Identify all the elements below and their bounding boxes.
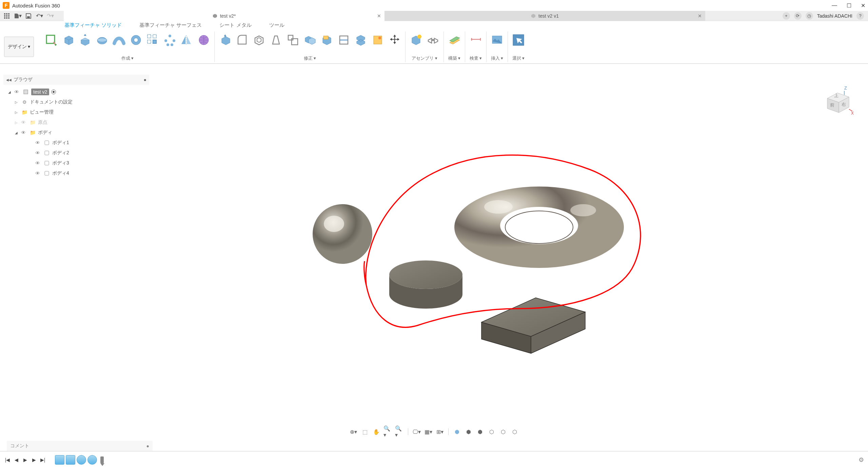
revolve-button[interactable] — [95, 33, 109, 47]
document-tab-label: test v2* — [220, 13, 236, 19]
hole-button[interactable] — [129, 33, 143, 47]
timeline-forward-button[interactable]: ▶ — [31, 456, 37, 463]
combine-button[interactable] — [303, 33, 317, 47]
rectangular-pattern-button[interactable] — [146, 33, 160, 47]
close-tab-icon[interactable]: ✕ — [377, 13, 381, 19]
insert-button[interactable] — [490, 33, 504, 47]
svg-point-22 — [166, 43, 169, 46]
pan-button[interactable]: ✋ — [372, 427, 381, 436]
box-button[interactable] — [61, 33, 75, 47]
undo-button[interactable]: ↶▾ — [35, 12, 43, 20]
timeline-marker[interactable] — [100, 456, 104, 463]
timeline-back-button[interactable]: ◀ — [13, 456, 20, 463]
mirror-button[interactable] — [180, 33, 194, 47]
view-cube[interactable]: Z 上 前 右 X — [817, 85, 854, 122]
visual-style-1[interactable]: ⬢ — [453, 427, 461, 436]
svg-text:右: 右 — [842, 102, 846, 107]
extensions-button[interactable]: ◷ — [806, 12, 813, 20]
new-sketch-button[interactable] — [44, 33, 58, 47]
timeline-feature[interactable] — [77, 455, 86, 465]
viewport-settings-button[interactable]: ⊞▾ — [435, 427, 444, 436]
timeline-play-button[interactable]: ▶ — [22, 456, 28, 463]
box-body[interactable] — [481, 298, 585, 353]
svg-point-23 — [171, 43, 173, 46]
press-pull-button[interactable] — [218, 33, 232, 47]
joint-button[interactable] — [426, 33, 440, 47]
plane-button[interactable] — [447, 33, 461, 47]
maximize-button[interactable]: ☐ — [847, 2, 851, 9]
panel-select-label[interactable]: 選択 ▾ — [512, 55, 525, 62]
extrude-button[interactable] — [78, 33, 92, 47]
visual-style-6[interactable]: ⬡ — [510, 427, 519, 436]
sweep-button[interactable] — [112, 33, 126, 47]
title-bar: F Autodesk Fusion 360 — ☐ ✕ — [0, 0, 868, 11]
timeline-feature[interactable] — [55, 455, 64, 465]
tab-sheet-metal[interactable]: シート メタル — [216, 22, 255, 30]
split-face-button[interactable] — [337, 33, 351, 47]
document-tab-1[interactable]: test v2* ✕ — [64, 11, 384, 21]
panel-modify-label[interactable]: 修正 ▾ — [304, 55, 316, 62]
visual-style-5[interactable]: ⬡ — [499, 427, 508, 436]
close-button[interactable]: ✕ — [861, 2, 865, 9]
svg-rect-15 — [147, 35, 151, 38]
panel-assemble-label[interactable]: アセンブリ ▾ — [412, 55, 437, 62]
timeline-feature[interactable] — [87, 455, 97, 465]
data-panel-button[interactable] — [3, 12, 11, 20]
help-button[interactable]: ? — [856, 12, 864, 20]
select-button[interactable] — [511, 33, 526, 47]
save-button[interactable] — [24, 12, 33, 20]
new-design-button[interactable]: + — [783, 12, 790, 20]
visual-style-2[interactable]: ⬢ — [464, 427, 473, 436]
draft-button[interactable] — [269, 33, 283, 47]
measure-button[interactable] — [469, 33, 483, 47]
redo-button[interactable]: ↷▾ — [46, 12, 54, 20]
document-tab-2[interactable]: test v2 v1 ✕ — [384, 11, 705, 21]
visual-style-3[interactable]: ⬢ — [476, 427, 485, 436]
user-name[interactable]: Tadashi ADACHI — [817, 13, 852, 19]
new-component-button[interactable] — [409, 33, 423, 47]
window-buttons: — ☐ ✕ — [832, 2, 865, 9]
zoom-button[interactable]: 🔍▾ — [383, 427, 392, 436]
close-tab-icon[interactable]: ✕ — [698, 13, 702, 19]
panel-create-label[interactable]: 作成 ▾ — [121, 55, 134, 62]
display-settings-button[interactable]: 🖵▾ — [412, 427, 421, 436]
fillet-button[interactable] — [235, 33, 249, 47]
scale-button[interactable] — [286, 33, 300, 47]
orbit-button[interactable]: ⊕▾ — [349, 427, 358, 436]
appearance-button[interactable] — [371, 33, 385, 47]
split-body-button[interactable] — [354, 33, 368, 47]
panel-inspect-label[interactable]: 検査 ▾ — [470, 55, 482, 62]
sphere-body[interactable] — [313, 204, 372, 264]
grid-settings-button[interactable]: ▦▾ — [424, 427, 433, 436]
timeline-end-button[interactable]: ▶| — [39, 456, 46, 463]
tab-tools[interactable]: ツール — [266, 22, 288, 30]
panel-construct-label[interactable]: 構築 ▾ — [448, 55, 461, 62]
replace-face-button[interactable] — [320, 33, 334, 47]
timeline-feature[interactable] — [66, 455, 75, 465]
shell-button[interactable] — [252, 33, 266, 47]
visual-style-4[interactable]: ⬡ — [487, 427, 496, 436]
svg-rect-7 — [6, 17, 7, 19]
create-form-button[interactable] — [197, 33, 211, 47]
timeline-start-button[interactable]: |◀ — [4, 456, 11, 463]
look-at-button[interactable]: ⬚ — [360, 427, 369, 436]
timeline-settings-button[interactable]: ⚙ — [859, 456, 864, 464]
workspace-switcher[interactable]: デザイン ▾ — [4, 37, 34, 57]
job-status-button[interactable]: ⟳ — [794, 12, 802, 20]
fit-button[interactable]: 🔍▾ — [395, 427, 404, 436]
pin-icon[interactable]: ● — [146, 443, 149, 449]
minimize-button[interactable]: — — [832, 2, 837, 9]
move-button[interactable] — [388, 33, 402, 47]
svg-point-40 — [324, 216, 344, 232]
torus-body[interactable] — [454, 187, 624, 268]
file-menu-button[interactable]: ▾ — [14, 12, 22, 20]
tab-surface[interactable]: 基準フィーチャ サーフェス — [136, 22, 205, 30]
panel-insert-label[interactable]: 挿入 ▾ — [491, 55, 504, 62]
svg-point-46 — [389, 260, 462, 289]
cylinder-body[interactable] — [389, 260, 462, 309]
tab-solid[interactable]: 基準フィーチャ ソリッド — [61, 22, 125, 30]
circular-pattern-button[interactable] — [163, 33, 177, 47]
viewport[interactable]: Z 上 前 右 X ⊕▾ ⬚ ✋ 🔍▾ 🔍▾ 🖵▾ ▦▾ ⊞▾ ⬢ ⬢ ⬢ ⬡ … — [0, 64, 868, 441]
svg-rect-9 — [27, 16, 30, 18]
comments-panel[interactable]: コメント ● — [7, 441, 153, 451]
